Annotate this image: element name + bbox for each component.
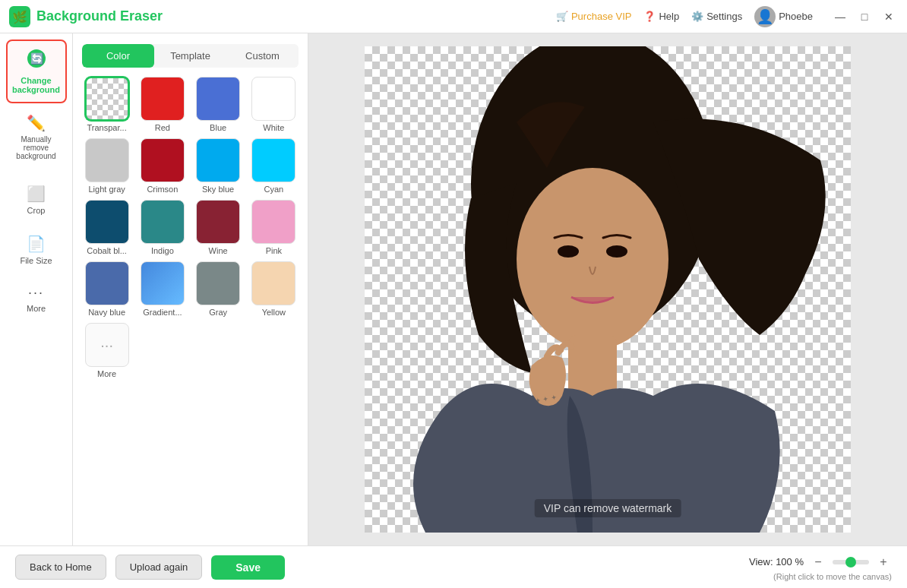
close-button[interactable]: ✕ — [880, 8, 898, 26]
swatch-yellow[interactable] — [251, 261, 295, 305]
swatch-label-blue: Blue — [210, 123, 226, 132]
canvas-image: ✦ ✦ ✦ — [365, 46, 851, 533]
svg-text:🌿: 🌿 — [12, 10, 27, 24]
swatch-wrap-crimson[interactable]: Crimson — [137, 138, 187, 194]
swatch-label-pink: Pink — [266, 246, 282, 255]
zoom-in-button[interactable]: + — [875, 554, 892, 571]
swatch-wrap-white[interactable]: White — [249, 77, 299, 132]
purchase-vip-button[interactable]: 🛒 Purchase VIP — [556, 11, 632, 22]
settings-button[interactable]: ⚙️ Settings — [691, 11, 742, 22]
svg-point-5 — [517, 168, 668, 350]
swatch-label-wine: Wine — [209, 246, 228, 255]
swatch-sky-blue[interactable] — [196, 138, 240, 182]
swatch-wrap-transparent[interactable]: Transpar... — [82, 77, 131, 132]
swatch-cobalt-blue[interactable] — [85, 200, 129, 244]
main-layout: 🔄 Changebackground ✏️ Manuallyremoveback… — [0, 33, 907, 545]
swatch-navy-blue[interactable] — [85, 261, 129, 305]
file-size-label: File Size — [20, 256, 52, 265]
swatch-gray[interactable] — [196, 261, 240, 305]
tab-color[interactable]: Color — [82, 44, 154, 68]
swatch-transparent[interactable] — [85, 77, 129, 121]
swatch-label-cyan: Cyan — [264, 185, 284, 194]
swatch-wrap-yellow[interactable]: Yellow — [249, 261, 299, 317]
swatch-crimson[interactable] — [141, 138, 185, 182]
save-button[interactable]: Save — [211, 555, 285, 580]
svg-rect-6 — [568, 335, 617, 396]
swatch-cyan[interactable] — [251, 138, 295, 182]
swatch-blue[interactable] — [196, 77, 240, 121]
change-background-icon: 🔄 — [27, 49, 46, 73]
app-title: Background Eraser — [36, 8, 163, 24]
swatch-wrap-navy-blue[interactable]: Navy blue — [82, 261, 131, 317]
upload-again-button[interactable]: Upload again — [115, 555, 203, 580]
minimize-button[interactable]: — — [831, 8, 849, 26]
user-avatar[interactable]: 👤 Phoebe — [754, 6, 813, 27]
watermark: VIP can remove watermark — [535, 499, 681, 517]
swatch-white[interactable] — [251, 77, 295, 121]
swatch-wrap-indigo[interactable]: Indigo — [137, 200, 187, 255]
swatch-wrap-light-gray[interactable]: Light gray — [82, 138, 131, 194]
tool-manually-remove[interactable]: ✏️ Manuallyremovebackground — [6, 105, 67, 169]
swatch-label-indigo: Indigo — [151, 246, 174, 255]
swatch-wrap-gradient[interactable]: Gradient... — [137, 261, 187, 317]
swatch-red[interactable] — [141, 77, 185, 121]
more-icon: ··· — [28, 285, 44, 301]
tool-sidebar: 🔄 Changebackground ✏️ Manuallyremoveback… — [0, 33, 73, 545]
canvas-hint: (Right click to move the canvas) — [773, 572, 892, 581]
manually-remove-icon: ✏️ — [27, 114, 46, 132]
color-grid: Transpar... Red Blue White Light gray — [82, 77, 299, 378]
swatch-label-gray: Gray — [209, 308, 227, 317]
swatch-label-crimson: Crimson — [147, 185, 178, 194]
swatch-more[interactable]: ··· — [85, 323, 129, 367]
help-icon: ❓ — [643, 11, 656, 22]
back-home-button[interactable]: Back to Home — [15, 555, 106, 580]
title-bar-right: 🛒 Purchase VIP ❓ Help ⚙️ Settings 👤 Phoe… — [556, 6, 898, 27]
canvas-image-wrap: ✦ ✦ ✦ VIP can remove watermark — [365, 46, 851, 533]
swatch-light-gray[interactable] — [85, 138, 129, 182]
swatch-label-cobalt-blue: Cobalt bl... — [87, 246, 127, 255]
app-logo-icon: 🌿 — [9, 6, 30, 27]
swatch-gradient[interactable] — [141, 261, 185, 305]
swatch-label-transparent: Transpar... — [87, 123, 127, 132]
swatch-wrap-gray[interactable]: Gray — [194, 261, 243, 317]
tool-file-size[interactable]: 📄 File Size — [6, 226, 67, 274]
canvas-area: ✦ ✦ ✦ VIP can remove watermark — [308, 33, 907, 545]
zoom-slider[interactable] — [833, 560, 869, 564]
swatch-label-light-gray: Light gray — [88, 185, 125, 194]
change-background-label: Changebackground — [12, 76, 60, 94]
swatch-wrap-cyan[interactable]: Cyan — [249, 138, 299, 194]
color-panel: Color Template Custom Transpar... Red Bl… — [73, 33, 308, 545]
svg-point-7 — [558, 245, 579, 258]
tool-crop[interactable]: ⬜ Crop — [6, 175, 67, 224]
view-controls: View: 100 % − + — [749, 554, 892, 571]
swatch-wrap-red[interactable]: Red — [137, 77, 187, 132]
swatch-label-more: More — [97, 369, 116, 378]
crop-label: Crop — [27, 206, 46, 215]
svg-point-8 — [606, 245, 627, 258]
bottom-right: View: 100 % − + (Right click to move the… — [749, 554, 892, 581]
bottom-bar: Back to Home Upload again Save View: 100… — [0, 545, 907, 588]
swatch-wrap-wine[interactable]: Wine — [194, 200, 243, 255]
swatch-wine[interactable] — [196, 200, 240, 244]
swatch-wrap-more[interactable]: ··· More — [82, 323, 131, 378]
swatch-wrap-pink[interactable]: Pink — [249, 200, 299, 255]
title-bar-left: 🌿 Background Eraser — [9, 6, 163, 27]
swatch-label-sky-blue: Sky blue — [202, 185, 234, 194]
tab-custom[interactable]: Custom — [226, 44, 299, 68]
swatch-wrap-cobalt-blue[interactable]: Cobalt bl... — [82, 200, 131, 255]
window-controls: — □ ✕ — [831, 8, 898, 26]
tab-template[interactable]: Template — [154, 44, 226, 68]
maximize-button[interactable]: □ — [855, 8, 874, 26]
swatch-label-gradient: Gradient... — [143, 308, 182, 317]
cart-icon: 🛒 — [556, 11, 568, 22]
swatch-pink[interactable] — [251, 200, 295, 244]
help-button[interactable]: ❓ Help — [643, 11, 679, 22]
swatch-indigo[interactable] — [141, 200, 185, 244]
zoom-out-button[interactable]: − — [810, 554, 826, 571]
swatch-label-navy-blue: Navy blue — [88, 308, 125, 317]
tool-change-background[interactable]: 🔄 Changebackground — [6, 40, 67, 103]
swatch-wrap-blue[interactable]: Blue — [194, 77, 243, 132]
swatch-wrap-sky-blue[interactable]: Sky blue — [194, 138, 243, 194]
panel-tabs: Color Template Custom — [82, 44, 299, 68]
tool-more[interactable]: ··· More — [6, 276, 67, 322]
